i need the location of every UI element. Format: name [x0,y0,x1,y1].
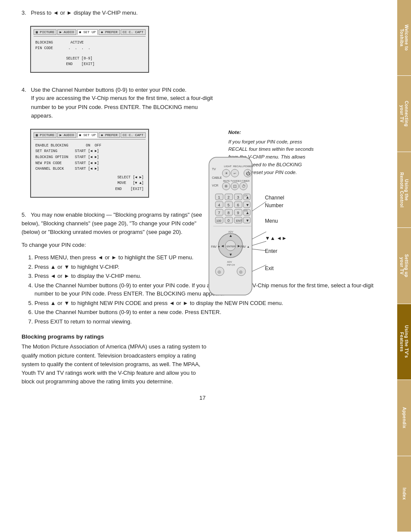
svg-text:ENTER: ENTER [227,245,236,248]
screen1-tab-row: ▩ PICTURE ▶ AUDIO ■ SET UP ◆ PREFER CC C… [34,29,146,37]
label-va-lr: ▼▲ ◄► [265,234,287,242]
label-menu-text: Menu [265,218,278,224]
svg-text:◎: ◎ [239,270,243,274]
label-enter: Enter [265,247,287,255]
screen1-tab-prefer: ◆ PREFER [99,29,119,35]
screen2-tab-row: ▩ PICTURE ▶ AUDIO ■ SET UP ◆ PREFER CC C… [34,132,146,140]
screen2-line1: ENABLE BLOCKING ON OFF [35,143,144,149]
svg-text:◎: ◎ [218,270,221,274]
svg-text:6: 6 [237,203,239,207]
label-menu: Menu [265,217,287,225]
svg-text:⏱: ⏱ [242,184,246,189]
step3-text: 3. Press to ◄ or ► display the V-CHIP me… [22,9,383,17]
svg-text:►: ► [237,244,241,248]
screen1-line2: PIN CODE . . . . [35,46,144,52]
label-exit-text: Exit [265,265,274,271]
screen1-tab-audio: ▶ AUDIO [57,29,76,35]
remote-labels: ChannelNumber Menu ▼▲ ◄► Enter Exit [265,194,287,272]
label-channel-number-text: ChannelNumber [265,195,284,208]
main-content: 3. Press to ◄ or ► display the V-CHIP me… [0,0,396,414]
svg-text:☀: ☀ [225,171,228,175]
svg-text:0: 0 [227,218,230,223]
svg-text:▲: ▲ [229,233,233,238]
sidebar-tab-welcome[interactable]: Welcome toToshiba [397,0,411,76]
svg-text:100: 100 [216,219,221,222]
svg-text:▼: ▼ [246,218,249,223]
svg-text:FAV ▲: FAV ▲ [240,245,250,248]
svg-text:◄: ◄ [221,244,224,248]
svg-text:PIP CH: PIP CH [227,264,235,266]
svg-text:2: 2 [227,195,230,199]
step3-label: 3. Press to ◄ or ► display the V-CHIP me… [22,9,138,16]
svg-text:MUTE TV/VIDEO TIMER: MUTE TV/VIDEO TIMER [223,180,249,182]
svg-text:ADV: ADV [227,261,232,263]
svg-text:CH: CH [244,194,248,197]
screen2-tab-setup: ■ SET UP [77,132,98,138]
note-title: Note: [228,129,314,137]
sidebar-tab-setup[interactable]: Setting upyour TV [397,228,411,304]
svg-text:▼: ▼ [229,252,233,257]
screen2-tab-ccapt: CC C. CAPT [121,132,146,138]
label-va-lr-text: ▼▲ ◄► [265,235,287,241]
label-enter-text: Enter [265,248,277,254]
label-exit: Exit [265,264,287,272]
section-body: The Motion Picture Association of Americ… [22,342,207,386]
svg-text:⏻: ⏻ [246,171,250,176]
sidebar-tab-appendix[interactable]: Appendix [397,380,411,456]
svg-text:POWER: POWER [243,165,253,168]
change-pin-step6: Use the Channel Number buttons (0-9) to … [34,308,383,317]
svg-text:⊗: ⊗ [224,184,228,188]
step4-text: 4. Use the Channel Number buttons (0-9) … [22,86,383,120]
svg-text:4: 4 [218,203,220,207]
svg-text:7: 7 [218,211,220,215]
label-channel-number: ChannelNumber [265,194,287,209]
step5-content: 5. You may now enable blocking — "Blocki… [22,211,207,236]
svg-text:⊡: ⊡ [233,184,237,189]
svg-text:LIGHT  RECALL: LIGHT RECALL [224,165,243,168]
screen1-tab-setup: ■ SET UP [77,29,98,35]
remote-illustration: TV CABLE VCR LIGHT RECALL POWER ☀ ↩ ⏻ MU… [202,155,258,299]
screen2-line5: CHANNEL BLOCK START [◄ ►] [35,166,144,172]
screen2-tab-audio: ▶ AUDIO [57,132,76,138]
svg-text:VCR: VCR [212,184,218,187]
screen2-footer: SELECT [◄ ►] MOVE [▼ ▲] END [EXIT] [35,175,144,193]
screen1-footer: SELECT [0-9] END [EXIT] [35,56,144,68]
screen2-mockup: ▩ PICTURE ▶ AUDIO ■ SET UP ◆ PREFER CC C… [30,129,149,198]
screen1-tab-ccapt: CC C. CAPT [121,29,146,35]
screen2-body: ENABLE BLOCKING ON OFF SET RATING START … [34,141,146,194]
svg-text:5: 5 [227,203,230,207]
svg-text:ADV: ADV [228,230,234,233]
svg-text:1: 1 [218,195,220,199]
svg-text:↩: ↩ [234,172,236,175]
svg-text:9: 9 [237,211,239,215]
sidebar-tab-remote[interactable]: Using theRemote Control [397,152,411,228]
svg-text:TV: TV [212,168,216,171]
screen1-tab-picture: ▩ PICTURE [34,29,56,35]
screen1-line1: BLOCKING ACTIVE [35,40,144,46]
change-pin-step5: Press ▲ or ▼ to highlight NEW PIN CODE a… [34,299,383,308]
screen2-tab-prefer: ◆ PREFER [99,132,119,138]
sidebar-tab-index[interactable]: Index [397,456,411,532]
screen1-mockup: ▩ PICTURE ▶ AUDIO ■ SET UP ◆ PREFER CC C… [30,26,149,73]
screen2-line2: SET RATING START [◄ ►] [35,149,144,155]
screen2-line3: BLOCKING OPTION START [◄ ►] [35,155,144,161]
sidebar: Welcome toToshiba Connectingyour TV Usin… [397,0,411,532]
svg-text:8: 8 [227,211,230,215]
screen2-tab-picture: ▩ PICTURE [34,132,56,138]
change-pin-step7: Press EXIT to return to normal viewing. [34,317,383,326]
sidebar-tab-connecting[interactable]: Connectingyour TV [397,76,411,152]
svg-text:ENT: ENT [236,219,243,222]
svg-text:3: 3 [237,195,239,199]
svg-text:▼: ▼ [246,203,249,207]
svg-text:VOL: VOL [244,209,248,212]
step4-body: If you are accessing the V-Chip menus fo… [31,94,216,120]
step4-header: 4. Use the Channel Number buttons (0-9) … [22,86,383,94]
screen1-body: BLOCKING ACTIVE PIN CODE . . . . SELECT … [34,38,146,69]
page-number: 17 [22,395,383,401]
section-heading: Blocking programs by ratings [22,333,383,340]
svg-text:FAV ▼: FAV ▼ [211,245,221,248]
screen2-line4: NEW PIN CODE START [◄ ►] [35,161,144,167]
remote-svg: TV CABLE VCR LIGHT RECALL POWER ☀ ↩ ⏻ MU… [202,155,258,297]
svg-text:CABLE: CABLE [212,176,222,179]
sidebar-tab-features[interactable]: Using the TV'sFeatures [397,304,411,380]
